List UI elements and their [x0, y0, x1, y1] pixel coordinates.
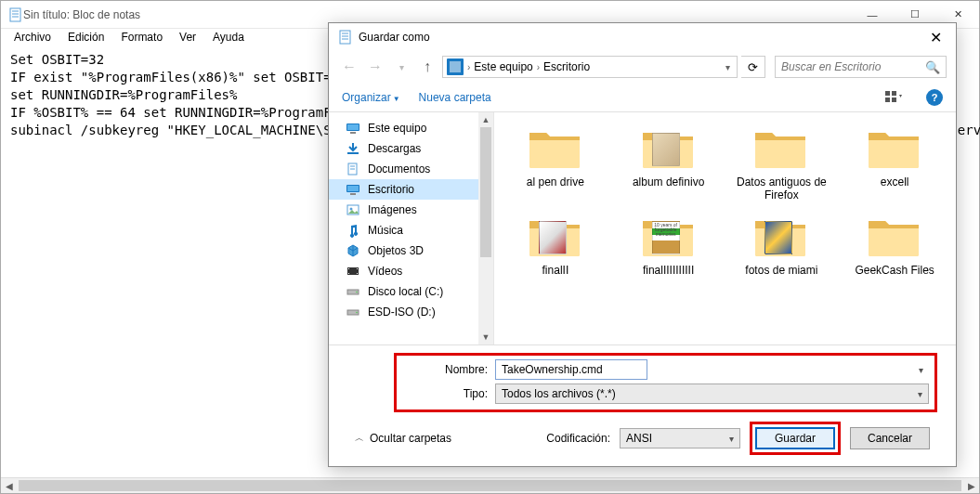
folder-thumbnail — [764, 221, 792, 254]
folder-item[interactable]: 10 years of forgettable memoriesfinalIII… — [615, 212, 723, 277]
chevron-down-icon[interactable]: ▾ — [723, 62, 733, 72]
folder-item[interactable]: album definivo — [615, 124, 723, 202]
folder-item[interactable]: finalII — [502, 212, 609, 277]
dialog-toolbar: Organizar▼ Nueva carpeta ? — [329, 83, 956, 112]
hide-folders-button[interactable]: ︿ Ocultar carpetas — [355, 432, 451, 445]
folder-thumbnail — [539, 221, 567, 254]
chevron-down-icon: ▾ — [729, 434, 734, 444]
documents-icon — [346, 162, 360, 176]
chevron-up-icon: ︿ — [355, 432, 364, 445]
svg-rect-26 — [348, 273, 349, 274]
scroll-left-icon[interactable]: ◀ — [1, 478, 17, 494]
breadcrumb-folder[interactable]: Escritorio — [543, 60, 590, 73]
folder-item[interactable]: al pen drive — [502, 124, 609, 202]
highlight-box-save: Guardar — [750, 422, 841, 455]
svg-rect-0 — [10, 8, 20, 21]
sidebar-item-documents[interactable]: Documentos — [329, 159, 493, 179]
sidebar-item-objects3d[interactable]: Objetos 3D — [329, 240, 493, 261]
desktop-icon — [346, 182, 360, 197]
refresh-button[interactable]: ⟳ — [741, 56, 765, 78]
menu-ver[interactable]: Ver — [172, 29, 203, 47]
scroll-right-icon[interactable]: ▶ — [963, 478, 979, 494]
folder-item[interactable]: Datos antiguos de Firefox — [728, 124, 836, 202]
sidebar-item-computer[interactable]: Este equipo — [329, 118, 493, 138]
nav-recent-button[interactable]: ▾ — [390, 56, 412, 78]
menu-formato[interactable]: Formato — [113, 29, 170, 47]
breadcrumb[interactable]: › Este equipo › Escritorio ▾ — [442, 56, 738, 78]
music-icon — [346, 223, 360, 238]
horizontal-scrollbar[interactable]: ◀ ▶ — [1, 477, 979, 493]
sidebar: Este equipoDescargasDocumentosEscritorio… — [329, 112, 494, 344]
help-button[interactable]: ? — [926, 89, 943, 106]
nav-up-button[interactable]: ↑ — [416, 56, 438, 78]
cancel-button[interactable]: Cancelar — [850, 427, 930, 449]
search-input[interactable] — [781, 60, 925, 73]
svg-rect-13 — [347, 124, 359, 130]
folder-icon — [865, 124, 924, 172]
folder-label: Datos antiguos de Firefox — [735, 176, 828, 202]
organize-button[interactable]: Organizar▼ — [342, 91, 400, 104]
svg-rect-4 — [340, 31, 350, 44]
view-options-button[interactable] — [882, 87, 908, 108]
chevron-right-icon: › — [467, 62, 470, 72]
folder-label: excell — [881, 176, 909, 188]
sidebar-scrollbar[interactable]: ▲ ▼ — [478, 112, 493, 344]
menu-archivo[interactable]: Archivo — [7, 29, 59, 47]
menu-ayuda[interactable]: Ayuda — [205, 29, 252, 47]
chevron-down-icon[interactable]: ▾ — [919, 365, 923, 375]
sidebar-item-label: Descargas — [368, 142, 421, 155]
nav-back-button[interactable]: ← — [338, 56, 360, 78]
breadcrumb-root[interactable]: Este equipo — [474, 60, 532, 73]
new-folder-button[interactable]: Nueva carpeta — [419, 91, 491, 104]
sidebar-scroll-thumb[interactable] — [480, 127, 491, 257]
sidebar-item-label: Escritorio — [368, 183, 414, 196]
sidebar-item-music[interactable]: Música — [329, 220, 493, 240]
folder-item[interactable]: fotos de miami — [728, 212, 836, 277]
sidebar-item-downloads[interactable]: Descargas — [329, 138, 493, 159]
search-icon: 🔍 — [925, 60, 940, 74]
sidebar-item-drive[interactable]: ESD-ISO (D:) — [329, 302, 493, 322]
folder-icon — [751, 124, 811, 172]
sidebar-item-images[interactable]: Imágenes — [329, 200, 493, 220]
svg-rect-28 — [357, 273, 358, 274]
filetype-value: Todos los archivos (*.*) — [502, 387, 616, 400]
svg-rect-27 — [357, 268, 358, 269]
folder-label: fotos de miami — [745, 264, 817, 277]
filetype-combo[interactable]: Todos los archivos (*.*) ▾ — [495, 384, 929, 404]
svg-rect-9 — [892, 91, 896, 96]
drive-icon — [346, 305, 360, 319]
filename-input[interactable] — [495, 359, 647, 380]
folder-item[interactable]: GeekCash Files — [841, 212, 948, 277]
highlight-box-fields: Nombre: ▾ Tipo: Todos los archivos (*.*)… — [394, 353, 937, 412]
svg-rect-15 — [347, 152, 359, 154]
folder-label: al pen drive — [527, 176, 584, 188]
images-icon — [346, 202, 360, 217]
videos-icon — [346, 264, 360, 279]
sidebar-item-label: ESD-ISO (D:) — [368, 306, 436, 318]
scroll-down-icon[interactable]: ▼ — [478, 330, 493, 344]
scroll-up-icon[interactable]: ▲ — [478, 112, 493, 127]
encoding-combo[interactable]: ANSI ▾ — [620, 428, 740, 448]
sidebar-item-videos[interactable]: Vídeos — [329, 261, 493, 281]
folder-label: finalII — [542, 264, 569, 277]
folder-icon — [865, 212, 924, 260]
folder-thumbnail: 10 years of forgettable memories — [652, 221, 680, 254]
nav-forward-button[interactable]: → — [364, 56, 386, 78]
menu-edicion[interactable]: Edición — [60, 29, 111, 47]
scroll-thumb[interactable] — [19, 480, 961, 491]
folder-content[interactable]: al pen drivealbum definivoDatos antiguos… — [494, 112, 956, 344]
sidebar-item-desktop[interactable]: Escritorio — [329, 179, 493, 200]
search-box[interactable]: 🔍 — [775, 56, 947, 78]
sidebar-item-label: Este equipo — [368, 122, 426, 135]
folder-label: finalIIIIIIIIII — [643, 264, 694, 277]
filetype-label: Tipo: — [402, 387, 495, 400]
sidebar-item-drive[interactable]: Disco local (C:) — [329, 281, 493, 302]
save-button[interactable]: Guardar — [755, 427, 835, 449]
chevron-right-icon: › — [537, 62, 540, 72]
dialog-close-button[interactable]: ✕ — [915, 23, 956, 51]
svg-rect-14 — [350, 132, 356, 134]
sidebar-item-label: Vídeos — [368, 265, 402, 278]
folder-item[interactable]: excell — [841, 124, 948, 202]
svg-rect-8 — [885, 91, 890, 96]
computer-icon — [346, 121, 360, 136]
